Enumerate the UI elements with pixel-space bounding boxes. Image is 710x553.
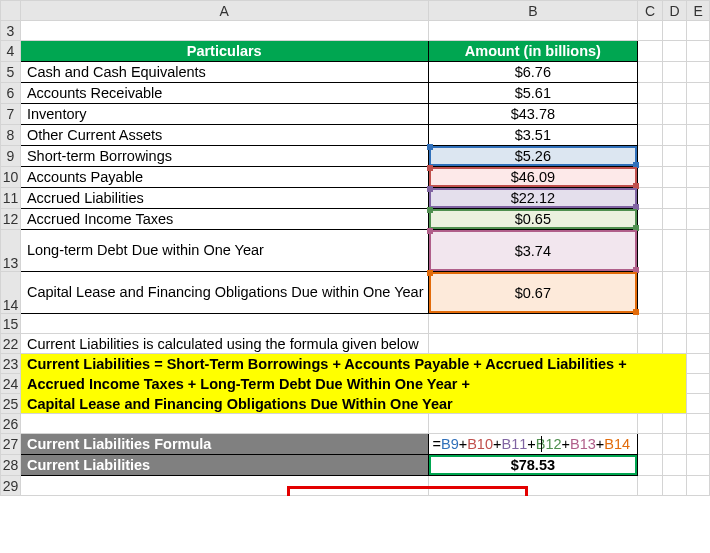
- col-header-D[interactable]: D: [662, 1, 687, 21]
- row-header-25[interactable]: 25: [1, 394, 21, 414]
- spreadsheet-grid[interactable]: A B C D E 3 4 Particulars Amount (in bil…: [0, 0, 710, 496]
- row-header-23[interactable]: 23: [1, 354, 21, 374]
- text-cursor-icon: [541, 436, 542, 452]
- value-other-assets[interactable]: $3.51: [428, 125, 638, 146]
- cell-B3[interactable]: [428, 21, 638, 41]
- column-header-row: A B C D E: [1, 1, 710, 21]
- value-cap-lease[interactable]: $0.67: [428, 272, 638, 314]
- formula-text-23[interactable]: Current Liabilities = Short-Term Borrowi…: [20, 354, 428, 374]
- row-header-26[interactable]: 26: [1, 414, 21, 434]
- label-ar[interactable]: Accounts Receivable: [20, 83, 428, 104]
- row-header-9[interactable]: 9: [1, 146, 21, 167]
- value-ar[interactable]: $5.61: [428, 83, 638, 104]
- row-header-27[interactable]: 27: [1, 434, 21, 455]
- row-header-13[interactable]: 13: [1, 230, 21, 272]
- row-header-4[interactable]: 4: [1, 41, 21, 62]
- value-ap[interactable]: $46.09: [428, 167, 638, 188]
- row-header-8[interactable]: 8: [1, 125, 21, 146]
- row-header-6[interactable]: 6: [1, 83, 21, 104]
- label-accrued-liab[interactable]: Accrued Liabilities: [20, 188, 428, 209]
- value-inventory[interactable]: $43.78: [428, 104, 638, 125]
- row-header-11[interactable]: 11: [1, 188, 21, 209]
- label-inventory[interactable]: Inventory: [20, 104, 428, 125]
- row-header-5[interactable]: 5: [1, 62, 21, 83]
- col-header-A[interactable]: A: [20, 1, 428, 21]
- result-formula-cell[interactable]: =B9+B10+B11+B12+B13+B14: [428, 434, 638, 455]
- value-cash[interactable]: $6.76: [428, 62, 638, 83]
- value-stb[interactable]: $5.26: [428, 146, 638, 167]
- header-particulars[interactable]: Particulars: [20, 41, 428, 62]
- col-header-E[interactable]: E: [687, 1, 710, 21]
- row-header-7[interactable]: 7: [1, 104, 21, 125]
- result-label-value[interactable]: Current Liabilities: [20, 455, 428, 476]
- result-value-cell[interactable]: $78.53: [428, 455, 638, 476]
- row-header-12[interactable]: 12: [1, 209, 21, 230]
- row-header-24[interactable]: 24: [1, 374, 21, 394]
- row-header-22[interactable]: 22: [1, 334, 21, 354]
- formula-text-25[interactable]: Capital Lease and Financing Obligations …: [20, 394, 428, 414]
- label-ap[interactable]: Accounts Payable: [20, 167, 428, 188]
- label-other-assets[interactable]: Other Current Assets: [20, 125, 428, 146]
- value-accrued-liab[interactable]: $22.12: [428, 188, 638, 209]
- row-header-29[interactable]: 29: [1, 476, 21, 496]
- col-header-C[interactable]: C: [638, 1, 663, 21]
- value-ltd[interactable]: $3.74: [428, 230, 638, 272]
- row-header-14[interactable]: 14: [1, 272, 21, 314]
- result-label-formula[interactable]: Current Liabilities Formula: [20, 434, 428, 455]
- formula-text-24[interactable]: Accrued Income Taxes + Long-Term Debt Du…: [20, 374, 428, 394]
- row-header-15[interactable]: 15: [1, 314, 21, 334]
- label-ait[interactable]: Accrued Income Taxes: [20, 209, 428, 230]
- cell-A3[interactable]: [20, 21, 428, 41]
- select-all-corner[interactable]: [1, 1, 21, 21]
- row-header-10[interactable]: 10: [1, 167, 21, 188]
- explain-line-22[interactable]: Current Liabilities is calculated using …: [20, 334, 428, 354]
- label-ltd[interactable]: Long-term Debt Due within One Year: [20, 230, 428, 272]
- explain-text-22: Current Liabilities is calculated using …: [27, 336, 419, 352]
- row-header-3[interactable]: 3: [1, 21, 21, 41]
- col-header-B[interactable]: B: [428, 1, 638, 21]
- value-ait[interactable]: $0.65: [428, 209, 638, 230]
- label-stb[interactable]: Short-term Borrowings: [20, 146, 428, 167]
- label-cash[interactable]: Cash and Cash Equivalents: [20, 62, 428, 83]
- header-amount[interactable]: Amount (in billions): [428, 41, 638, 62]
- label-cap-lease[interactable]: Capital Lease and Financing Obligations …: [20, 272, 428, 314]
- row-header-28[interactable]: 28: [1, 455, 21, 476]
